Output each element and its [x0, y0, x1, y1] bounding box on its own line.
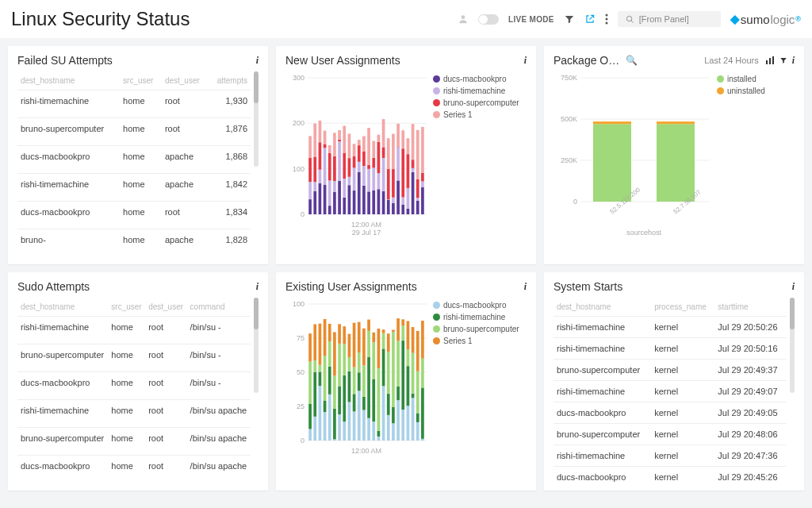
table-row[interactable]: bruno-supercomputerhomeroot/bin/su -	[17, 344, 251, 372]
table-row[interactable]: rishi-timemachinehomeroot1,930	[17, 90, 251, 118]
live-mode-toggle[interactable]	[478, 14, 499, 25]
svg-rect-80	[387, 138, 390, 168]
svg-rect-30	[328, 180, 331, 206]
svg-text:750K: 750K	[561, 74, 577, 82]
svg-rect-162	[338, 414, 341, 441]
table-row[interactable]: ducs-macbookprokernelJul 29 20:45:26	[553, 467, 787, 483]
panel-title: Failed SU Attempts	[17, 54, 256, 67]
legend-item[interactable]: Series 1	[433, 337, 519, 345]
svg-rect-57	[362, 186, 366, 214]
magnify-icon[interactable]: 🔍	[626, 55, 638, 66]
more-icon[interactable]	[605, 13, 608, 25]
svg-rect-20	[313, 124, 316, 157]
existing-users-chart: 025507510012:00 AM	[285, 298, 428, 464]
table-row[interactable]: ducs-macbookprohomeapache1,868	[17, 146, 251, 174]
svg-rect-165	[338, 324, 341, 344]
filter-icon[interactable]	[779, 56, 787, 64]
svg-rect-64	[367, 128, 370, 165]
scrollbar[interactable]	[254, 71, 259, 167]
svg-rect-201	[382, 329, 385, 333]
table-row[interactable]: rishi-timemachinekernelJul 29 20:49:07	[553, 381, 787, 402]
info-icon[interactable]: i	[256, 55, 259, 67]
svg-rect-211	[396, 387, 400, 400]
info-icon[interactable]: i	[792, 55, 795, 67]
legend-item[interactable]: rishi-timemachine	[433, 313, 519, 321]
table-row[interactable]: rishi-timemachinehomeroot/bin/su apache	[17, 400, 251, 428]
info-icon[interactable]: i	[524, 281, 527, 293]
svg-rect-182	[362, 410, 366, 441]
table-row[interactable]: bruno-supercomputerkernelJul 29 20:48:06	[553, 424, 787, 445]
table-row[interactable]: bruno-supercomputerhomeroot1,876	[17, 118, 251, 146]
svg-rect-35	[333, 156, 336, 181]
svg-rect-110	[766, 60, 768, 64]
table-row[interactable]: rishi-timemachinehomeapache1,842	[17, 174, 251, 202]
legend-item[interactable]: uninstalled	[717, 87, 765, 95]
filter-icon[interactable]	[564, 13, 575, 25]
svg-rect-46	[348, 177, 351, 185]
new-users-legend: ducs-macbookprorishi-timemachinebruno-su…	[433, 71, 519, 256]
dashboard-grid: Failed SU Attempts i dest_hostname src_u…	[0, 38, 812, 498]
legend-item[interactable]: ducs-macbookpro	[433, 301, 519, 310]
table-row[interactable]: bruno-homeapache1,828	[17, 229, 251, 256]
table-row[interactable]: rishi-timemachinehomeroot/bin/su -	[17, 317, 251, 344]
existing-users-legend: ducs-macbookprorishi-timemachinebruno-su…	[433, 298, 519, 483]
svg-rect-228	[416, 371, 419, 414]
scrollbar[interactable]	[254, 298, 259, 393]
share-icon[interactable]	[584, 13, 596, 25]
svg-rect-177	[353, 323, 356, 368]
table-row[interactable]: rishi-timemachinekernelJul 29 20:50:26	[553, 317, 787, 338]
legend-item[interactable]: rishi-timemachine	[433, 87, 519, 95]
table-row[interactable]: bruno-supercomputerkernelJul 29 20:49:37	[553, 360, 787, 381]
svg-rect-31	[328, 153, 331, 181]
svg-rect-163	[338, 386, 341, 414]
svg-rect-42	[343, 179, 346, 198]
table-row[interactable]: bruno-supercomputerhomeroot/bin/su apach…	[17, 428, 251, 456]
legend-item[interactable]: ducs-macbookpro	[433, 75, 519, 83]
svg-rect-84	[392, 134, 395, 169]
legend-item[interactable]: Series 1	[433, 110, 519, 119]
legend-item[interactable]: installed	[717, 75, 765, 83]
svg-rect-170	[348, 402, 351, 441]
info-icon[interactable]: i	[256, 281, 259, 293]
legend-item[interactable]: bruno-supercomputer	[433, 325, 519, 333]
svg-rect-38	[338, 141, 341, 181]
table-row[interactable]: rishi-timemachinekernelJul 29 20:47:36	[553, 445, 787, 467]
table-row[interactable]: ducs-macbookprohomeroot/bin/su -	[17, 372, 251, 400]
svg-rect-227	[416, 414, 419, 422]
svg-rect-111	[769, 58, 771, 64]
svg-rect-40	[338, 130, 341, 140]
table-row[interactable]: ducs-macbookprohomeroot/bin/su apache	[17, 456, 251, 483]
svg-rect-157	[328, 324, 331, 341]
table-row[interactable]: ducs-macbookprohomeroot1,834	[17, 202, 251, 229]
svg-rect-153	[324, 319, 327, 356]
timerange[interactable]: Last 24 Hours	[704, 56, 758, 65]
svg-rect-107	[421, 173, 424, 182]
svg-text:0: 0	[573, 198, 577, 206]
svg-rect-50	[353, 167, 356, 190]
svg-rect-225	[412, 327, 415, 353]
scrollbar[interactable]	[790, 298, 795, 393]
svg-rect-181	[358, 322, 361, 353]
svg-rect-41	[343, 198, 346, 214]
svg-rect-68	[372, 141, 375, 158]
svg-rect-183	[362, 397, 366, 410]
svg-rect-51	[353, 156, 356, 167]
live-mode-label: LIVE MODE	[508, 15, 554, 24]
svg-rect-66	[372, 167, 375, 190]
svg-rect-36	[333, 133, 336, 156]
table-row[interactable]: ducs-macbookprokernelJul 29 20:49:05	[553, 402, 787, 424]
svg-rect-73	[382, 191, 385, 214]
svg-rect-160	[333, 375, 336, 409]
svg-rect-100	[412, 124, 415, 160]
panel-title: Existing User Assignments	[285, 280, 524, 293]
svg-rect-199	[382, 348, 385, 386]
info-icon[interactable]: i	[792, 281, 795, 293]
info-icon[interactable]: i	[524, 55, 527, 67]
legend-item[interactable]: bruno-supercomputer	[433, 98, 519, 107]
svg-rect-186	[367, 418, 370, 441]
svg-rect-233	[421, 321, 424, 359]
svg-rect-164	[338, 344, 341, 387]
table-row[interactable]: rishi-timemachinekernelJul 29 20:50:16	[553, 338, 787, 360]
panel-search[interactable]: [From Panel]	[618, 11, 721, 27]
chart-type-icon[interactable]	[765, 56, 775, 65]
